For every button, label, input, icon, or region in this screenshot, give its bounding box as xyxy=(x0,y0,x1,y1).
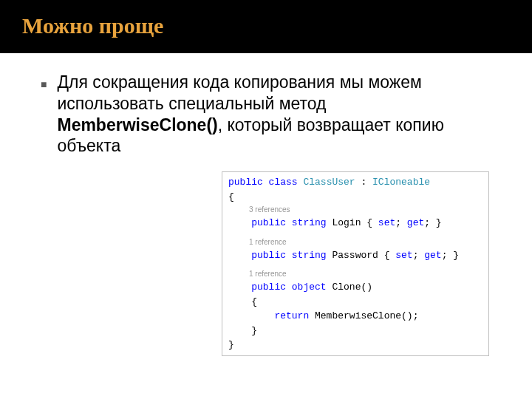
code-plain: Password { xyxy=(327,250,396,261)
bullet-bold: MemberwiseClone() xyxy=(57,115,217,134)
code-snippet: public class ClassUser : ICloneable { 3 … xyxy=(222,171,489,356)
codelens-hint: 1 reference xyxy=(249,268,482,280)
code-keyword: class xyxy=(263,177,298,188)
code-keyword: string xyxy=(286,217,327,228)
code-line: { xyxy=(228,190,482,205)
title-bar: Можно проще xyxy=(0,0,532,53)
slide: Можно проще ■ Для сокращения кода копиро… xyxy=(0,0,532,399)
content-area: ■ Для сокращения кода копирования мы мож… xyxy=(0,53,532,157)
code-type: ICloneable xyxy=(372,177,430,188)
code-keyword: public xyxy=(228,217,286,228)
code-plain: ; } xyxy=(442,250,459,261)
bullet-marker: ■ xyxy=(41,78,47,90)
code-line: } xyxy=(228,338,482,352)
code-plain: ; } xyxy=(424,217,441,228)
code-keyword: get xyxy=(424,250,441,261)
code-plain: MemberwiseClone(); xyxy=(309,310,418,321)
code-line: public object Clone() xyxy=(228,280,482,295)
code-plain: : xyxy=(355,177,372,188)
code-keyword: public xyxy=(228,250,286,261)
code-keyword: object xyxy=(286,282,327,293)
code-type: ClassUser xyxy=(298,177,355,188)
code-keyword: return xyxy=(228,310,309,321)
code-keyword: get xyxy=(407,217,424,228)
code-plain: ; xyxy=(395,217,407,228)
bullet-part1: Для сокращения кода копирования мы можем… xyxy=(57,72,421,113)
code-line: public string Login { set; get; } xyxy=(228,216,482,231)
code-keyword: set xyxy=(378,217,395,228)
code-spacer xyxy=(228,231,482,236)
code-plain: ; xyxy=(413,250,425,261)
code-plain: Clone() xyxy=(327,282,372,293)
bullet-item: ■ Для сокращения кода копирования мы мож… xyxy=(41,72,491,157)
code-line: } xyxy=(228,324,482,338)
code-keyword: public xyxy=(228,282,286,293)
code-keyword: public xyxy=(228,177,263,188)
code-spacer xyxy=(228,262,482,268)
code-plain: Login { xyxy=(327,217,378,228)
codelens-hint: 3 references xyxy=(249,204,482,216)
codelens-hint: 1 reference xyxy=(249,236,482,248)
code-keyword: set xyxy=(395,250,412,261)
bullet-text: Для сокращения кода копирования мы можем… xyxy=(57,72,491,157)
code-line: public string Password { set; get; } xyxy=(228,248,482,263)
code-line: { xyxy=(228,295,482,310)
slide-title: Можно проще xyxy=(22,13,510,38)
code-line: return MemberwiseClone(); xyxy=(228,309,482,324)
code-keyword: string xyxy=(286,250,327,261)
code-line: public class ClassUser : ICloneable xyxy=(228,175,482,190)
